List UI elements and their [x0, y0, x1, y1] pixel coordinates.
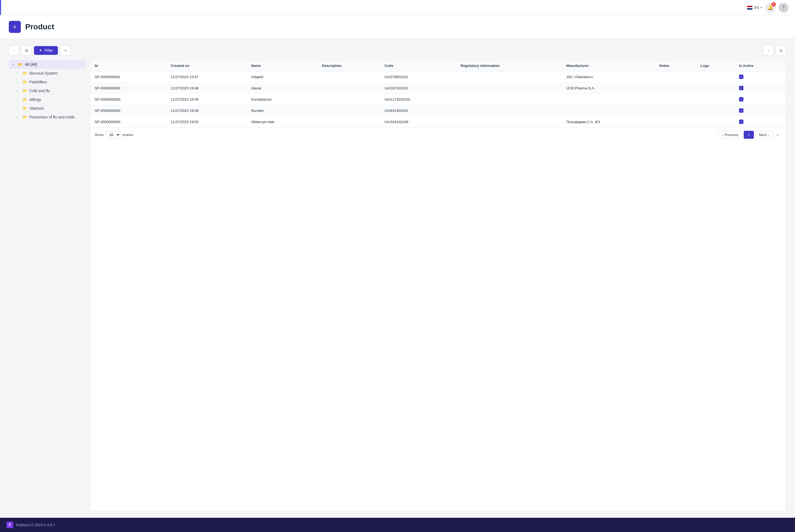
sidebar-item-all[interactable]: ∨ 📂 All (All)	[9, 60, 86, 69]
check-active-icon: ✓	[739, 75, 743, 79]
cell-regulatory	[456, 82, 562, 94]
sidebar-item-cold-and-flu[interactable]: › 📁 Cold and flu	[9, 87, 86, 95]
cell-description	[318, 105, 380, 116]
flag-icon	[747, 6, 753, 10]
check-active-icon: ✓	[739, 86, 743, 90]
check-active-icon: ✓	[739, 108, 743, 113]
sidebar-item-label: Nervous System	[30, 71, 82, 75]
entries-per-page-select[interactable]: 10 25 50	[106, 131, 120, 138]
filter-label: Filter	[44, 48, 53, 53]
folder-icon: 📁	[22, 80, 27, 84]
sidebar-item-vitamins[interactable]: › 📁 Vitamins	[9, 104, 86, 113]
col-logo-label: Logo	[700, 64, 709, 68]
col-name[interactable]: Name	[247, 60, 318, 71]
chevron-down-icon: ∨	[12, 63, 16, 66]
col-description[interactable]: Description	[318, 60, 380, 71]
sidebar-item-label: Prevention of flu and colds	[30, 115, 82, 119]
col-code[interactable]: Code	[380, 60, 456, 71]
cell-description	[318, 82, 380, 94]
table-row[interactable]: SP-000000000111/27/2023 19:47AdaptolUA/2…	[90, 71, 786, 82]
cell-logo	[696, 105, 734, 116]
pagination-bar: Show 10 25 50 entries ‹ Previous 1	[90, 127, 786, 142]
cell-name: Adaptol	[247, 71, 318, 82]
chevron-right-icon: ›	[17, 107, 20, 110]
col-id[interactable]: Id ↑	[90, 60, 166, 71]
cell-manufacturer	[562, 94, 655, 105]
cell-code: UA/3341/01/09	[380, 116, 456, 128]
export-button[interactable]: ↪	[60, 45, 71, 56]
chevron-left-icon: ‹	[722, 133, 723, 137]
footer-copyright: Platforce © 2024 V 4.9.7	[16, 523, 55, 527]
chevron-right-icon: ›	[17, 98, 20, 101]
more-options-button[interactable]: ⋮	[9, 45, 19, 56]
cell-name: Escitalopram	[247, 94, 318, 105]
columns-button[interactable]: ⊟	[776, 45, 786, 56]
sidebar-item-painkillers[interactable]: › 📁 Painkillers	[9, 78, 86, 87]
page-1-button[interactable]: 1	[744, 131, 754, 139]
cell-notes	[655, 105, 696, 116]
expand-icon: ⤢	[776, 133, 779, 137]
cell-description	[318, 71, 380, 82]
table-row[interactable]: SP-000000000411/27/2023 19:49NurofenUA/6…	[90, 105, 786, 116]
cell-code: UA/2785/01/01	[380, 71, 456, 82]
more-options-right-button[interactable]: ⋮	[763, 45, 774, 56]
language-selector[interactable]: EN ▾	[747, 5, 762, 10]
columns-icon: ⊟	[779, 48, 783, 53]
cell-name: Olidecrym kids	[247, 116, 318, 128]
export-icon: ↪	[64, 48, 67, 53]
sidebar-item-allergy[interactable]: › 📁 Allergy	[9, 95, 86, 104]
cell-created_on: 11/27/2023 19:47	[166, 71, 247, 82]
cell-description	[318, 116, 380, 128]
expand-button[interactable]: ⤢	[774, 131, 781, 139]
notifications-button[interactable]: 🔔 0	[765, 3, 775, 13]
table-row[interactable]: SP-000000000311/27/2023 19:49Escitalopra…	[90, 94, 786, 105]
folder-icon: 📁	[22, 97, 27, 102]
col-is-active-label: Is Active	[739, 64, 754, 68]
is-active-cell: ✓	[735, 105, 786, 116]
col-description-label: Description	[322, 64, 342, 68]
filter-button[interactable]: ▼ Filter	[34, 46, 58, 55]
chevron-right-icon: ›	[17, 81, 20, 84]
table-row[interactable]: SP-000000000211/27/2023 19:48AtaraxUA/18…	[90, 82, 786, 94]
sidebar-item-label: Cold and flu	[30, 89, 82, 93]
cell-notes	[655, 71, 696, 82]
table-area: Id ↑ Created on Name Description	[90, 60, 786, 511]
products-table: Id ↑ Created on Name Description	[90, 60, 786, 127]
col-regulatory[interactable]: Regulatory information	[456, 60, 562, 71]
col-id-label: Id	[95, 64, 98, 68]
folder-open-icon: 📂	[18, 62, 23, 66]
check-active-icon: ✓	[739, 97, 743, 101]
help-button[interactable]: ?	[778, 3, 789, 13]
cell-created_on: 11/27/2023 19:49	[166, 94, 247, 105]
col-is-active[interactable]: Is Active	[735, 60, 786, 71]
entries-label: entries	[122, 133, 133, 137]
cell-id: SP-0000000004	[90, 105, 166, 116]
col-regulatory-label: Regulatory information	[460, 64, 500, 68]
previous-label: Previous	[724, 133, 738, 137]
cell-id: SP-0000000003	[90, 94, 166, 105]
col-created-on[interactable]: Created on	[166, 60, 247, 71]
page-1-label: 1	[748, 133, 750, 137]
col-manufacturer[interactable]: Manufacturer	[562, 60, 655, 71]
toolbar: ⋮ ⊞ ▼ Filter ↪ ⋮ ⊟	[9, 45, 786, 56]
page-header: ≡ Product	[0, 15, 795, 39]
cell-notes	[655, 94, 696, 105]
main-content: ⋮ ⊞ ▼ Filter ↪ ⋮ ⊟ ∨ 📂 All	[0, 39, 795, 518]
previous-button[interactable]: ‹ Previous	[718, 131, 743, 139]
sort-icon: ↑	[100, 64, 101, 68]
cell-id: SP-0000000001	[90, 71, 166, 82]
cell-manufacturer: Польфарма С.А. ФЗ	[562, 116, 655, 128]
col-logo[interactable]: Logo	[696, 60, 734, 71]
sidebar-item-prevention[interactable]: › 📁 Prevention of flu and colds	[9, 113, 86, 121]
sidebar: ∨ 📂 All (All) › 📁 Nervous System › 📁 Pai…	[9, 60, 86, 511]
sidebar-item-nervous-system[interactable]: › 📁 Nervous System	[9, 69, 86, 78]
col-notes[interactable]: Notes	[655, 60, 696, 71]
grid-view-button[interactable]: ⊞	[21, 45, 32, 56]
help-icon: ?	[782, 5, 785, 10]
sidebar-item-label: All (All)	[25, 62, 82, 66]
show-entries: Show 10 25 50 entries	[95, 131, 133, 138]
sidebar-item-label: Allergy	[30, 97, 82, 102]
col-code-label: Code	[385, 64, 394, 68]
table-row[interactable]: SP-000000000511/27/2023 19:50Olidecrym k…	[90, 116, 786, 128]
next-button[interactable]: Next ›	[755, 131, 773, 139]
